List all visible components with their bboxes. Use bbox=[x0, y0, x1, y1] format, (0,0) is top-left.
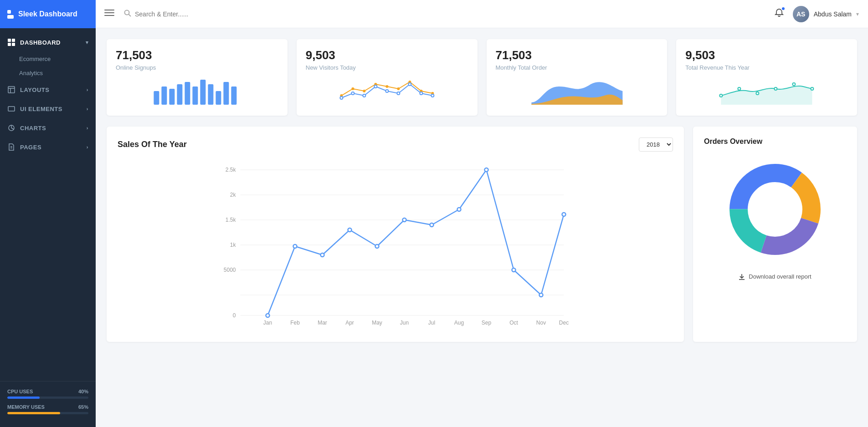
sales-chart-title: Sales Of The Year bbox=[118, 140, 187, 149]
svg-point-52 bbox=[811, 87, 814, 90]
stat-value: 71,503 bbox=[116, 48, 278, 62]
svg-text:May: May bbox=[372, 320, 382, 326]
svg-rect-28 bbox=[231, 86, 236, 105]
sidebar-item-pages[interactable]: PAGES › bbox=[0, 137, 96, 157]
svg-point-67 bbox=[293, 244, 297, 248]
sidebar: Sleek Dashboard DASHBOARD ▾ Ecommerce An… bbox=[0, 0, 96, 427]
user-name: Abdus Salam bbox=[814, 10, 852, 18]
stat-label: Total Revenue This Year bbox=[685, 64, 848, 71]
sidebar-item-ui-elements[interactable]: UI ELEMENTS › bbox=[0, 99, 96, 118]
svg-rect-26 bbox=[216, 91, 221, 105]
stat-label: Monthly Total Order bbox=[496, 64, 658, 71]
sidebar-logo: Sleek Dashboard bbox=[0, 0, 96, 28]
svg-text:Sep: Sep bbox=[482, 320, 492, 326]
svg-text:Dec: Dec bbox=[559, 320, 569, 326]
svg-point-71 bbox=[403, 218, 406, 222]
logo-icon bbox=[7, 10, 14, 19]
search-input[interactable] bbox=[135, 10, 272, 18]
line-chart-dual bbox=[306, 77, 468, 105]
svg-point-33 bbox=[385, 85, 388, 88]
sidebar-sub-analytics[interactable]: Analytics bbox=[0, 66, 96, 80]
cpu-usage-label: CPU USES 40% bbox=[7, 389, 88, 394]
svg-text:Mar: Mar bbox=[318, 320, 327, 326]
stat-label: New Visitors Today bbox=[306, 64, 468, 71]
main-content: AS Abdus Salam ▾ 71,503 Online Signups bbox=[96, 0, 868, 427]
svg-rect-2 bbox=[8, 43, 11, 46]
svg-point-50 bbox=[775, 87, 777, 90]
svg-point-49 bbox=[756, 92, 759, 95]
svg-rect-7 bbox=[8, 107, 15, 111]
svg-point-42 bbox=[385, 90, 388, 92]
svg-text:2.5k: 2.5k bbox=[226, 167, 236, 173]
orders-title: Orders Overview bbox=[704, 137, 762, 146]
square-icon bbox=[7, 105, 15, 113]
svg-point-30 bbox=[351, 87, 354, 90]
svg-point-40 bbox=[363, 94, 365, 97]
svg-point-74 bbox=[485, 168, 488, 172]
svg-point-45 bbox=[420, 92, 422, 95]
sales-line-chart: 2.5k 2k 1.5k 1k 5000 0 bbox=[118, 161, 673, 329]
grid-icon bbox=[7, 38, 15, 46]
sidebar-nav: DASHBOARD ▾ Ecommerce Analytics LAYOUTS … bbox=[0, 28, 96, 381]
svg-rect-19 bbox=[161, 86, 167, 105]
sidebar-item-charts[interactable]: CHARTS › bbox=[0, 118, 96, 137]
menu-button[interactable] bbox=[105, 9, 114, 19]
svg-rect-4 bbox=[8, 86, 15, 93]
sales-chart-card: Sales Of The Year 2018 2019 2020 bbox=[107, 127, 684, 342]
svg-text:1k: 1k bbox=[230, 242, 236, 248]
download-label: Download overall report bbox=[749, 273, 811, 280]
svg-point-73 bbox=[457, 208, 461, 211]
notification-bell[interactable] bbox=[775, 8, 784, 20]
memory-progress-bar bbox=[7, 412, 88, 414]
svg-point-51 bbox=[793, 83, 796, 86]
svg-text:Feb: Feb bbox=[290, 320, 300, 326]
year-select[interactable]: 2018 2019 2020 bbox=[639, 137, 673, 152]
svg-point-43 bbox=[397, 92, 400, 95]
chevron-right-icon: › bbox=[87, 144, 88, 150]
memory-usage-label: MEMORY USES 65% bbox=[7, 404, 88, 410]
pie-icon bbox=[7, 124, 15, 132]
svg-rect-27 bbox=[223, 82, 229, 105]
svg-point-31 bbox=[363, 90, 365, 92]
svg-point-16 bbox=[125, 10, 129, 15]
svg-line-17 bbox=[129, 14, 131, 16]
svg-point-48 bbox=[738, 87, 741, 90]
svg-point-39 bbox=[351, 92, 354, 95]
orders-overview-card: Orders Overview bbox=[693, 127, 857, 342]
stat-card-signups: 71,503 Online Signups bbox=[107, 39, 288, 116]
svg-point-77 bbox=[562, 213, 566, 216]
chevron-down-icon: ▾ bbox=[86, 40, 89, 46]
stat-cards: 71,503 Online Signups 9 bbox=[107, 39, 857, 116]
sidebar-item-label: UI ELEMENTS bbox=[20, 106, 62, 112]
svg-text:Jul: Jul bbox=[428, 320, 435, 326]
svg-rect-24 bbox=[200, 80, 205, 105]
stat-card-orders: 71,503 Monthly Total Order bbox=[487, 39, 668, 116]
svg-rect-21 bbox=[177, 84, 182, 105]
chevron-right-icon: › bbox=[87, 106, 88, 112]
sales-chart-header: Sales Of The Year 2018 2019 2020 bbox=[118, 137, 673, 152]
svg-point-72 bbox=[430, 223, 434, 227]
svg-rect-20 bbox=[169, 89, 175, 105]
svg-text:Jun: Jun bbox=[400, 320, 409, 326]
stat-value: 9,503 bbox=[306, 48, 468, 62]
line-chart-green bbox=[685, 77, 848, 105]
svg-point-38 bbox=[340, 97, 343, 99]
sidebar-item-dashboard[interactable]: DASHBOARD ▾ bbox=[0, 33, 96, 52]
download-report-button[interactable]: Download overall report bbox=[739, 273, 811, 280]
user-info[interactable]: AS Abdus Salam ▾ bbox=[793, 6, 859, 22]
donut-chart bbox=[725, 159, 825, 259]
svg-point-41 bbox=[374, 85, 377, 88]
svg-text:Apr: Apr bbox=[345, 320, 354, 326]
svg-text:5000: 5000 bbox=[224, 267, 236, 273]
app-name: Sleek Dashboard bbox=[18, 10, 77, 18]
svg-text:1.5k: 1.5k bbox=[226, 217, 236, 223]
area-chart-dual bbox=[496, 77, 658, 105]
svg-text:0: 0 bbox=[233, 312, 236, 319]
sidebar-item-layouts[interactable]: LAYOUTS › bbox=[0, 80, 96, 99]
svg-rect-1 bbox=[12, 39, 15, 42]
svg-point-94 bbox=[749, 183, 801, 236]
sidebar-bottom: CPU USES 40% MEMORY USES 65% bbox=[0, 381, 96, 427]
svg-text:Oct: Oct bbox=[509, 320, 518, 326]
sidebar-sub-ecommerce[interactable]: Ecommerce bbox=[0, 52, 96, 66]
stat-value: 9,503 bbox=[685, 48, 848, 62]
